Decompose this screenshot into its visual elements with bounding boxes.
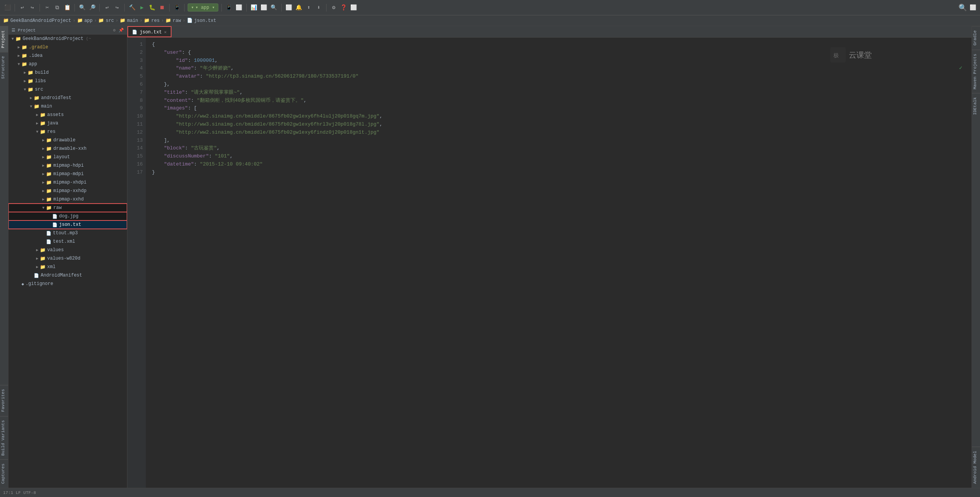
tree-item-build[interactable]: ▶ 📁 build	[8, 68, 127, 77]
left-vertical-tabs: Project Structure Favorites Build Varian…	[0, 26, 8, 488]
right-tab-maven[interactable]: Maven Projects	[972, 50, 980, 93]
breadcrumb-res[interactable]: 📁 res	[144, 18, 160, 23]
tree-item-testxml[interactable]: ▶ 📄 test.xml	[8, 237, 127, 246]
toolbar-icon-pull[interactable]: ⬇	[315, 3, 323, 12]
editor-tab-json[interactable]: 📄 json.txt ✕	[127, 26, 172, 37]
code-editor[interactable]: { "user": { "id": 1000001, "name": "年少醉娇…	[146, 38, 972, 488]
tree-item-dog[interactable]: ▶ 📄 dog.jpg	[8, 212, 127, 220]
tree-item-root[interactable]: ▼ 📁 GeekBandAndroidProject (~	[8, 35, 127, 43]
tree-item-app[interactable]: ▼ 📁 app	[8, 60, 127, 68]
toolbar-icon-extra[interactable]: ⬜	[350, 3, 358, 12]
toolbar-icon-debug[interactable]: 🐛	[148, 3, 156, 12]
tree-item-raw[interactable]: ▼ 📁 raw	[8, 204, 127, 212]
sidebar-tab-favorites[interactable]: Favorites	[0, 385, 8, 416]
tree-item-drawable-xxh[interactable]: ▶ 📁 drawable-xxh	[8, 144, 127, 153]
svg-text:极: 极	[833, 52, 839, 58]
toolbar-icon-sdk[interactable]: ⬜	[235, 3, 243, 12]
editor-area: 📄 json.txt ✕ 极 云课堂 1	[127, 26, 972, 488]
sidebar-pin-icon[interactable]: 📌	[119, 28, 124, 33]
tree-item-idea[interactable]: ▶ 📁 .idea	[8, 51, 127, 60]
code-line-11: "http://ww3.sinaimg.cn/bmiddle/8675fb02g…	[152, 121, 965, 129]
tree-item-mipmap-xxhdp[interactable]: ▶ 📁 mipmap-xxhdp	[8, 187, 127, 195]
code-line-15: "discussNumber": "101",	[152, 152, 965, 161]
toolbar-icon-settings[interactable]: ⚙	[330, 3, 338, 12]
toolbar-icon-device[interactable]: 📱	[173, 3, 181, 12]
tree-item-json-txt[interactable]: ▶ 📄 json.txt	[8, 220, 127, 229]
tree-label-layout: layout	[53, 154, 70, 160]
tree-item-mipmap-xhdpi[interactable]: ▶ 📁 mipmap-xhdpi	[8, 178, 127, 187]
toolbar-icon-forward[interactable]: ↪	[28, 3, 36, 12]
toolbar-icon-replace[interactable]: 🔎	[88, 3, 96, 12]
toolbar-icon-cut[interactable]: ✂	[43, 3, 51, 12]
breadcrumb-sep-3: ›	[115, 18, 118, 23]
tree-label-raw: raw	[53, 205, 62, 210]
toolbar-icon-inspect[interactable]: 🔍	[270, 3, 278, 12]
tree-item-res[interactable]: ▼ 📁 res	[8, 128, 127, 136]
toolbar-icon-update[interactable]: 🔔	[295, 3, 303, 12]
breadcrumb-main[interactable]: 📁 main	[120, 18, 138, 23]
breadcrumb-raw[interactable]: 📁 raw	[165, 18, 181, 23]
breadcrumb-json[interactable]: 📄 json.txt	[187, 18, 216, 23]
tree-item-main[interactable]: ▼ 📁 main	[8, 102, 127, 111]
tab-close-btn[interactable]: ✕	[164, 30, 167, 35]
toolbar-icon-code-coverage[interactable]: ⬜	[260, 3, 268, 12]
toolbar-icon-vcs[interactable]: ⬜	[285, 3, 293, 12]
tree-item-ttout[interactable]: ▶ 📄 ttout.mp3	[8, 229, 127, 237]
line-num-12: 12	[127, 129, 143, 137]
tree-item-values[interactable]: ▶ 📁 values	[8, 246, 127, 254]
sidebar-tab-build-variants[interactable]: Build Variants	[0, 416, 8, 459]
tree-item-libs[interactable]: ▶ 📁 libs	[8, 77, 127, 85]
toolbar-sep-3	[74, 4, 75, 12]
toolbar-icon-maximize[interactable]: ⬜	[968, 3, 977, 12]
tree-item-androidtest[interactable]: ▶ 📁 androidTest	[8, 94, 127, 102]
toolbar-icon-profiler[interactable]: 📊	[250, 3, 258, 12]
tree-item-assets[interactable]: ▶ 📁 assets	[8, 111, 127, 119]
toolbar-icon-menu[interactable]: ⬛	[3, 3, 12, 12]
tree-item-drawable[interactable]: ▶ 📁 drawable	[8, 136, 127, 144]
breadcrumb-project[interactable]: 📁 GeekBandAndroidProject	[3, 18, 71, 23]
toolbar-icon-copy[interactable]: ⧉	[53, 3, 61, 12]
tree-item-androidmanifest[interactable]: ▶ 📄 AndroidManifest	[8, 271, 127, 280]
tree-item-java[interactable]: ▶ 📁 java	[8, 119, 127, 128]
tree-item-values-w820d[interactable]: ▶ 📁 values-w820d	[8, 254, 127, 263]
toolbar-icon-find[interactable]: 🔍	[78, 3, 86, 12]
toolbar-icon-stop[interactable]: ⏹	[158, 3, 166, 12]
code-line-8: "content": "翻箱倒柜，找到40多枚民国铜币，请鉴赏下。",	[152, 97, 965, 105]
toolbar-icon-undo[interactable]: ↩	[103, 3, 111, 12]
breadcrumb-folder-icon-1: 📁	[3, 18, 9, 23]
sidebar-tab-project[interactable]: Project	[0, 26, 8, 52]
toolbar-icon-back[interactable]: ↩	[18, 3, 26, 12]
right-tab-idetalk[interactable]: IDEtalk	[972, 93, 980, 119]
tree-item-layout[interactable]: ▶ 📁 layout	[8, 153, 127, 161]
watermark-text: 云课堂	[849, 50, 872, 60]
tree-label-values: values	[47, 247, 64, 253]
right-tab-android-model[interactable]: Android Model	[972, 447, 980, 488]
toolbar-icon-redo[interactable]: ↪	[113, 3, 121, 12]
right-tab-gradle[interactable]: Gradle	[972, 26, 980, 50]
tree-label-dog: dog.jpg	[59, 214, 78, 219]
tree-item-src[interactable]: ▼ 📁 src	[8, 85, 127, 94]
toolbar-icon-run[interactable]: ▶	[138, 3, 146, 12]
toolbar-icon-push[interactable]: ⬆	[305, 3, 313, 12]
tree-item-xml[interactable]: ▶ 📁 xml	[8, 263, 127, 271]
sidebar-tab-captures[interactable]: Captures	[0, 459, 8, 488]
breadcrumb-label-6: raw	[173, 18, 181, 23]
tree-label-ttout: ttout.mp3	[53, 230, 78, 236]
editor-content[interactable]: 1 2 3 4 5 6 7 8 9 10 11 12 13 14 15 16 1	[127, 38, 972, 488]
tree-item-mipmap-mdpi[interactable]: ▶ 📁 mipmap-mdpi	[8, 170, 127, 178]
sidebar-settings-icon[interactable]: ⚙	[113, 28, 115, 33]
app-btn-label: ▾ app ▾	[195, 5, 214, 10]
sidebar-tab-structure[interactable]: Structure	[0, 52, 8, 83]
tree-item-gitignore[interactable]: ▶ ◆ .gitignore	[8, 280, 127, 288]
toolbar-icon-avd[interactable]: 📱	[225, 3, 233, 12]
tree-item-mipmap-xxhd[interactable]: ▶ 📁 mipmap-xxhd	[8, 195, 127, 204]
toolbar-icon-help[interactable]: ❓	[340, 3, 348, 12]
app-run-button[interactable]: ▾ ▾ app ▾	[188, 3, 218, 12]
tree-item-mipmap-hdpi[interactable]: ▶ 📁 mipmap-hdpi	[8, 161, 127, 170]
toolbar-icon-build[interactable]: 🔨	[128, 3, 136, 12]
toolbar-icon-search[interactable]: 🔍	[959, 3, 967, 12]
breadcrumb-app[interactable]: 📁 app	[77, 18, 93, 23]
tree-item-gradle[interactable]: ▶ 📁 .gradle	[8, 43, 127, 51]
breadcrumb-src[interactable]: 📁 src	[98, 18, 114, 23]
toolbar-icon-paste[interactable]: 📋	[63, 3, 71, 12]
